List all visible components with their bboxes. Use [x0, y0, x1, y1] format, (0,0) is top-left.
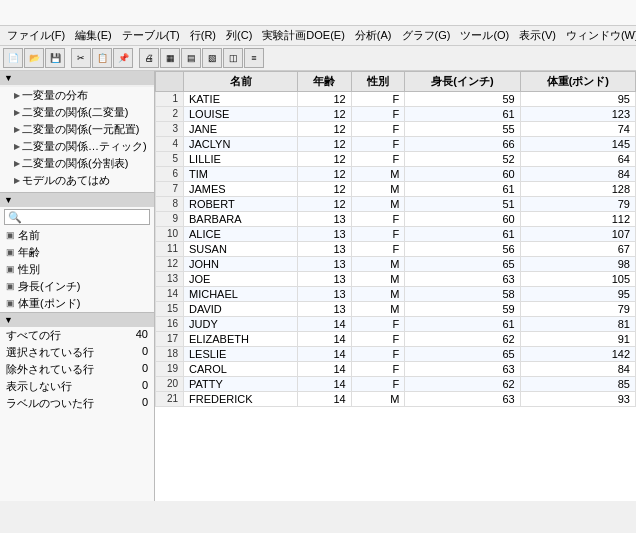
table-cell: 142 — [520, 346, 635, 361]
tree-item[interactable]: ▶モデルのあてはめ — [0, 172, 154, 189]
table-cell: 63 — [405, 391, 520, 406]
table-row: 1KATIE12F5995 — [156, 91, 636, 106]
tree-item[interactable]: ▶二変量の関係(分割表) — [0, 155, 154, 172]
table-cell: 3 — [156, 121, 184, 136]
table-cell: M — [351, 301, 405, 316]
class-triangle: ▼ — [4, 73, 13, 83]
table-cell: 91 — [520, 331, 635, 346]
table-header-cell[interactable]: 名前 — [184, 71, 298, 91]
toolbar-copy[interactable]: 📋 — [92, 48, 112, 68]
data-table-panel[interactable]: 名前年齢性別身長(インチ)体重(ポンド) 1KATIE12F59952LOUIS… — [155, 71, 636, 501]
table-cell: BARBARA — [184, 211, 298, 226]
toolbar-open[interactable]: 📂 — [24, 48, 44, 68]
table-cell: 14 — [298, 391, 352, 406]
rows-section: ▼ すべての行40選択されている行0除外されている行0表示しない行0ラベルのつい… — [0, 313, 154, 501]
column-list-item[interactable]: ▣身長(インチ) — [0, 278, 154, 295]
table-cell: 52 — [405, 151, 520, 166]
column-list-item[interactable]: ▣名前 — [0, 227, 154, 244]
col-icon: ▣ — [6, 281, 15, 291]
menu-item[interactable]: 分析(A) — [350, 27, 397, 44]
tree-item[interactable]: ▶一変量の分布 — [0, 87, 154, 104]
menu-item[interactable]: 編集(E) — [70, 27, 117, 44]
table-header-cell[interactable] — [156, 71, 184, 91]
column-search-input[interactable] — [4, 209, 150, 225]
toolbar-b5[interactable]: ≡ — [244, 48, 264, 68]
class-header[interactable]: ▼ — [0, 71, 154, 85]
table-row: 14MICHAEL13M5895 — [156, 286, 636, 301]
tree-item[interactable]: ▶二変量の関係(二変量) — [0, 104, 154, 121]
tree-triangle: ▶ — [14, 159, 20, 168]
table-cell: M — [351, 286, 405, 301]
menu-item[interactable]: ツール(O) — [455, 27, 514, 44]
column-list-item[interactable]: ▣年齢 — [0, 244, 154, 261]
table-cell: JAMES — [184, 181, 298, 196]
table-cell: 20 — [156, 376, 184, 391]
menu-item[interactable]: 列(C) — [221, 27, 257, 44]
table-cell: F — [351, 241, 405, 256]
table-cell: F — [351, 151, 405, 166]
toolbar-new[interactable]: 📄 — [3, 48, 23, 68]
table-cell: 14 — [298, 346, 352, 361]
table-cell: 123 — [520, 106, 635, 121]
menu-item[interactable]: 行(R) — [185, 27, 221, 44]
toolbar-cut[interactable]: ✂ — [71, 48, 91, 68]
column-list-item[interactable]: ▣性別 — [0, 261, 154, 278]
main-layout: ▼ ▶一変量の分布▶二変量の関係(二変量)▶二変量の関係(一元配置)▶二変量の関… — [0, 71, 636, 501]
col-icon: ▣ — [6, 298, 15, 308]
table-cell: M — [351, 256, 405, 271]
menu-item[interactable]: テーブル(T) — [117, 27, 185, 44]
menu-item[interactable]: 実験計画DOE(E) — [257, 27, 350, 44]
columns-header[interactable]: ▼ — [0, 193, 154, 207]
toolbar-save[interactable]: 💾 — [45, 48, 65, 68]
table-cell: 56 — [405, 241, 520, 256]
menu-item[interactable]: グラフ(G) — [397, 27, 456, 44]
table-cell: DAVID — [184, 301, 298, 316]
tree-triangle: ▶ — [14, 91, 20, 100]
table-cell: 12 — [156, 256, 184, 271]
table-row: 7JAMES12M61128 — [156, 181, 636, 196]
toolbar-b3[interactable]: ▧ — [202, 48, 222, 68]
table-cell: 13 — [298, 301, 352, 316]
table-cell: 15 — [156, 301, 184, 316]
table-cell: 14 — [298, 361, 352, 376]
tree-item[interactable]: ▶二変量の関係(一元配置) — [0, 121, 154, 138]
table-cell: 128 — [520, 181, 635, 196]
toolbar-print[interactable]: 🖨 — [139, 48, 159, 68]
table-cell: JOHN — [184, 256, 298, 271]
tree-item[interactable]: ▶二変量の関係…ティック) — [0, 138, 154, 155]
menu-item[interactable]: ウィンドウ(W) — [561, 27, 636, 44]
menu-item[interactable]: ファイル(F) — [2, 27, 70, 44]
table-row: 5LILLIE12F5264 — [156, 151, 636, 166]
col-icon: ▣ — [6, 247, 15, 257]
table-header-cell[interactable]: 年齢 — [298, 71, 352, 91]
toolbar-paste[interactable]: 📌 — [113, 48, 133, 68]
table-cell: JUDY — [184, 316, 298, 331]
toolbar-b4[interactable]: ◫ — [223, 48, 243, 68]
row-count-item: すべての行40 — [0, 327, 154, 344]
table-header-cell[interactable]: 性別 — [351, 71, 405, 91]
table-cell: 7 — [156, 181, 184, 196]
table-cell: 16 — [156, 316, 184, 331]
table-row: 12JOHN13M6598 — [156, 256, 636, 271]
table-cell: 13 — [298, 256, 352, 271]
table-cell: 107 — [520, 226, 635, 241]
table-header-cell[interactable]: 体重(ポンド) — [520, 71, 635, 91]
table-cell: CAROL — [184, 361, 298, 376]
table-row: 6TIM12M6084 — [156, 166, 636, 181]
table-cell: JANE — [184, 121, 298, 136]
table-cell: 13 — [298, 211, 352, 226]
tree-item[interactable]: ▶性別に値ラベルをセット — [0, 189, 154, 192]
column-list-item[interactable]: ▣体重(ポンド) — [0, 295, 154, 312]
table-cell: 58 — [405, 286, 520, 301]
rows-header[interactable]: ▼ — [0, 313, 154, 327]
toolbar-b1[interactable]: ▦ — [160, 48, 180, 68]
data-table: 名前年齢性別身長(インチ)体重(ポンド) 1KATIE12F59952LOUIS… — [155, 71, 636, 407]
table-cell: 74 — [520, 121, 635, 136]
table-row: 20PATTY14F6285 — [156, 376, 636, 391]
table-cell: 21 — [156, 391, 184, 406]
table-cell: 81 — [520, 316, 635, 331]
menu-item[interactable]: 表示(V) — [514, 27, 561, 44]
table-cell: 60 — [405, 166, 520, 181]
table-header-cell[interactable]: 身長(インチ) — [405, 71, 520, 91]
toolbar-b2[interactable]: ▤ — [181, 48, 201, 68]
